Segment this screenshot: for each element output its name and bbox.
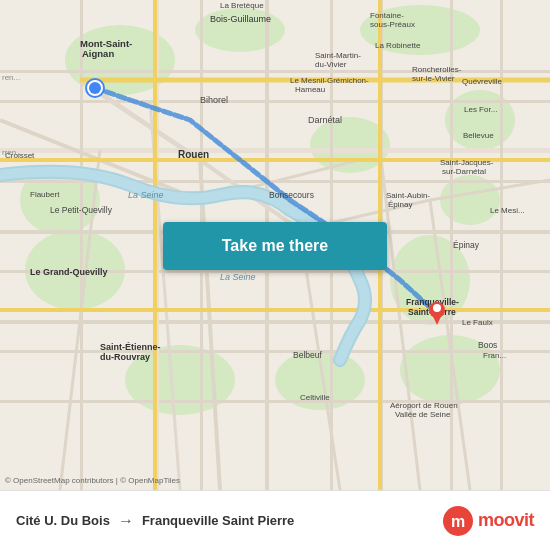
svg-text:Celtiville: Celtiville — [300, 393, 330, 402]
svg-text:du-Rouvray: du-Rouvray — [100, 352, 150, 362]
svg-text:Belbeuf: Belbeuf — [293, 350, 322, 360]
svg-text:sur-le-Vivier: sur-le-Vivier — [412, 74, 455, 83]
arrow-icon: → — [118, 512, 134, 530]
svg-text:Le Mesnil-Grémichon-: Le Mesnil-Grémichon- — [290, 76, 369, 85]
svg-text:Les For...: Les For... — [464, 105, 497, 114]
svg-text:Roncherolles-: Roncherolles- — [412, 65, 462, 74]
svg-text:Le Grand-Quevilly: Le Grand-Quevilly — [30, 267, 108, 277]
svg-rect-25 — [80, 0, 83, 490]
svg-rect-29 — [500, 0, 503, 490]
svg-text:Fontaine-: Fontaine- — [370, 11, 404, 20]
origin-label: Cité U. Du Bois — [16, 513, 110, 528]
svg-text:Saint-Aubin-: Saint-Aubin- — [386, 191, 430, 200]
svg-text:Rouen: Rouen — [178, 149, 209, 160]
destination-label: Franqueville Saint Pierre — [142, 513, 294, 528]
svg-text:m: m — [451, 513, 465, 530]
svg-text:Flaubert: Flaubert — [30, 190, 60, 199]
svg-text:La Seine: La Seine — [128, 190, 164, 200]
footer-route: Cité U. Du Bois → Franqueville Saint Pie… — [16, 512, 294, 530]
map-container: Mont-Saint- Aignan Bois-Guillaume La Bre… — [0, 0, 550, 490]
svg-text:La Robinette: La Robinette — [375, 41, 421, 50]
take-me-there-button[interactable]: Take me there — [163, 222, 387, 270]
svg-text:Fran...: Fran... — [483, 351, 506, 360]
svg-text:Bellevue: Bellevue — [463, 131, 494, 140]
svg-text:sous-Préaux: sous-Préaux — [370, 20, 415, 29]
svg-text:Le Petit-Quevilly: Le Petit-Quevilly — [50, 205, 113, 215]
svg-text:Saint-Jacques-: Saint-Jacques- — [440, 158, 494, 167]
svg-point-95 — [89, 82, 101, 94]
svg-text:Saint-Étienne-: Saint-Étienne- — [100, 342, 161, 352]
svg-text:Épinay: Épinay — [453, 240, 480, 250]
svg-text:Bois-Guillaume: Bois-Guillaume — [210, 14, 271, 24]
svg-text:Boos: Boos — [478, 340, 497, 350]
footer-route-info: Cité U. Du Bois → Franqueville Saint Pie… — [16, 512, 294, 530]
svg-text:Bihorel: Bihorel — [200, 95, 228, 105]
svg-text:La Bretèque: La Bretèque — [220, 1, 264, 10]
svg-text:Darnétal: Darnétal — [308, 115, 342, 125]
svg-text:Vallée de Seine: Vallée de Seine — [395, 410, 451, 419]
svg-text:Bonsecours: Bonsecours — [269, 190, 314, 200]
svg-text:Le Mesi...: Le Mesi... — [490, 206, 525, 215]
moovit-logo-area: m moovit — [442, 505, 534, 537]
svg-text:rren...: rren... — [2, 148, 23, 157]
svg-text:Aéroport de Rouen: Aéroport de Rouen — [390, 401, 458, 410]
svg-text:Le Faulx: Le Faulx — [462, 318, 493, 327]
moovit-icon: m — [442, 505, 474, 537]
svg-text:Quévreville: Quévreville — [462, 77, 503, 86]
svg-text:Hameau: Hameau — [295, 85, 325, 94]
svg-text:sur-Darnétal: sur-Darnétal — [442, 167, 486, 176]
svg-text:du-Vivier: du-Vivier — [315, 60, 347, 69]
svg-text:Aignan: Aignan — [82, 48, 114, 59]
svg-text:© OpenStreetMap contributors |: © OpenStreetMap contributors | © OpenMap… — [5, 476, 180, 485]
svg-text:ren...: ren... — [2, 73, 20, 82]
svg-point-98 — [433, 304, 441, 312]
footer: Cité U. Du Bois → Franqueville Saint Pie… — [0, 490, 550, 550]
svg-text:Saint-Martin-: Saint-Martin- — [315, 51, 361, 60]
svg-text:Épinay: Épinay — [388, 200, 412, 209]
svg-text:La Seine: La Seine — [220, 272, 256, 282]
svg-point-4 — [445, 90, 515, 150]
moovit-text: moovit — [478, 510, 534, 531]
